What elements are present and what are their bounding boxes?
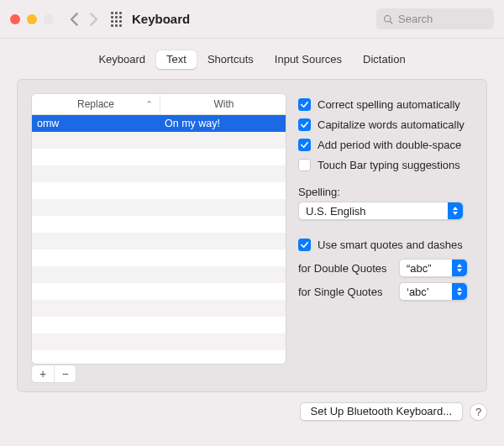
chevron-updown-icon — [448, 202, 463, 219]
table-row[interactable] — [32, 132, 286, 149]
tab-shortcuts[interactable]: Shortcuts — [197, 50, 264, 69]
checkbox-icon — [298, 239, 311, 251]
single-quotes-row: for Single Quotes ‘abc’ — [298, 282, 473, 301]
table-row[interactable] — [32, 317, 286, 333]
back-button[interactable] — [66, 10, 84, 29]
remove-button[interactable]: − — [54, 365, 76, 382]
sort-indicator-icon: ⌃ — [145, 99, 153, 110]
table-row[interactable] — [32, 249, 286, 266]
chevron-updown-icon — [452, 283, 467, 300]
cell-with: On my way! — [160, 115, 286, 132]
minimize-window-button[interactable] — [27, 14, 37, 24]
table-row[interactable] — [32, 233, 286, 249]
replacements-body: omw On my way! — [32, 115, 286, 364]
single-quotes-select[interactable]: ‘abc’ — [399, 282, 468, 301]
bottom-bar: Set Up Bluetooth Keyboard... ? — [0, 392, 504, 421]
column-header-with[interactable]: With — [160, 94, 286, 114]
forward-button[interactable] — [84, 10, 102, 29]
svg-line-1 — [390, 21, 392, 24]
spelling-select[interactable]: U.S. English — [298, 202, 464, 220]
search-input[interactable]: Search — [376, 8, 494, 29]
tab-dictation[interactable]: Dictation — [353, 50, 416, 69]
window-controls — [10, 14, 54, 24]
options-column: Correct spelling automatically Capitaliz… — [298, 93, 473, 378]
search-icon — [383, 14, 393, 24]
capitalize-words-checkbox[interactable]: Capitalize words automatically — [298, 115, 473, 134]
nav-buttons — [66, 10, 102, 29]
titlebar: Keyboard Search — [0, 0, 504, 39]
svg-point-0 — [385, 15, 391, 22]
cell-replace: omw — [32, 115, 160, 132]
table-row[interactable] — [32, 333, 286, 350]
tab-input-sources[interactable]: Input Sources — [265, 50, 352, 69]
search-placeholder: Search — [398, 13, 433, 25]
tab-keyboard[interactable]: Keyboard — [88, 50, 155, 69]
double-quotes-select[interactable]: “abc” — [399, 259, 468, 277]
show-all-preferences-button[interactable] — [111, 12, 122, 27]
column-header-replace[interactable]: Replace ⌃ — [32, 94, 160, 114]
table-row[interactable] — [32, 182, 286, 199]
checkbox-icon — [298, 139, 311, 151]
table-row[interactable] — [32, 350, 286, 364]
table-row[interactable] — [32, 266, 286, 283]
tabs: Keyboard Text Shortcuts Input Sources Di… — [0, 39, 504, 79]
help-button[interactable]: ? — [470, 403, 487, 421]
bluetooth-keyboard-button[interactable]: Set Up Bluetooth Keyboard... — [300, 402, 463, 421]
table-row[interactable] — [32, 216, 286, 233]
table-row[interactable] — [32, 283, 286, 300]
spelling-label: Spelling: — [298, 186, 473, 198]
checkbox-icon — [298, 159, 311, 171]
page-title: Keyboard — [132, 12, 190, 26]
checkbox-icon — [298, 118, 311, 131]
add-period-checkbox[interactable]: Add period with double-space — [298, 135, 473, 154]
correct-spelling-checkbox[interactable]: Correct spelling automatically — [298, 95, 473, 113]
add-remove-segment: + − — [31, 365, 76, 383]
content-pane: Replace ⌃ With omw On my way! — [17, 79, 487, 392]
table-row[interactable]: omw On my way! — [32, 115, 286, 132]
table-row[interactable] — [32, 199, 286, 216]
double-quotes-row: for Double Quotes “abc” — [298, 259, 473, 277]
touch-bar-checkbox[interactable]: Touch Bar typing suggestions — [298, 155, 473, 174]
table-row[interactable] — [32, 165, 286, 182]
tab-text[interactable]: Text — [156, 50, 197, 69]
close-window-button[interactable] — [10, 14, 20, 24]
chevron-updown-icon — [452, 260, 467, 276]
add-button[interactable]: + — [32, 365, 54, 382]
table-row[interactable] — [32, 300, 286, 317]
maximize-window-button — [44, 14, 54, 24]
smart-quotes-checkbox[interactable]: Use smart quotes and dashes — [298, 235, 473, 254]
table-row[interactable] — [32, 149, 286, 165]
checkbox-icon — [298, 98, 311, 111]
replacements-table: Replace ⌃ With omw On my way! — [31, 93, 286, 365]
